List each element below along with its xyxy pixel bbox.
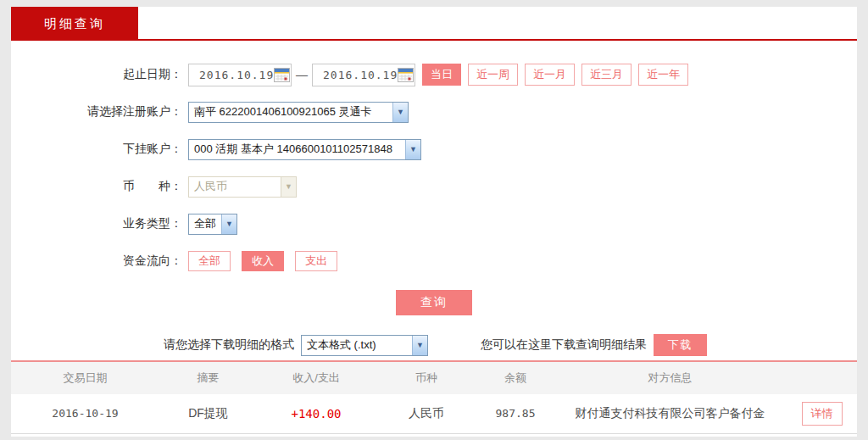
end-date-input[interactable]: 2016.10.19 (312, 64, 415, 86)
business-type-row: 业务类型： 全部 ▼ (11, 212, 857, 236)
download-button[interactable]: 下载 (654, 334, 707, 356)
cell-summary: DF提现 (159, 394, 257, 433)
registered-account-label: 请选择注册账户： (11, 104, 182, 120)
fund-flow-row: 资金流向： 全部 收入 支出 (11, 249, 857, 273)
quick-range-week-button[interactable]: 近一周 (468, 64, 518, 86)
date-range-controls: 2016.10.19 — 2016.10.19 (188, 64, 688, 86)
quick-range-today-button[interactable]: 当日 (422, 64, 461, 86)
business-type-value: 全部 (189, 216, 221, 231)
col-header-summary: 摘要 (159, 362, 257, 394)
calendar-icon[interactable] (398, 68, 414, 82)
col-header-currency: 币种 (376, 362, 477, 394)
quick-range-3month-button[interactable]: 近三月 (581, 64, 632, 86)
start-date-input[interactable]: 2016.10.19 (188, 64, 292, 86)
tab-bar: 明细查询 (11, 7, 857, 41)
registered-account-row: 请选择注册账户： 南平 6222001406100921065 灵通卡 ▼ (11, 100, 857, 124)
calendar-icon[interactable] (274, 68, 290, 82)
content-panel: 明细查询 起止日期： 2016.10.19 — 2016.10. (11, 7, 857, 437)
cell-date: 2016-10-19 (11, 394, 159, 433)
currency-row: 币 种： 人民币 ▼ (11, 175, 857, 198)
chevron-down-icon: ▼ (405, 140, 420, 159)
chevron-down-icon: ▼ (281, 177, 296, 197)
quick-range-year-button[interactable]: 近一年 (638, 64, 688, 86)
query-button[interactable]: 查询 (396, 290, 472, 315)
cell-counterparty: 财付通支付科技有限公司客户备付金 (554, 394, 787, 433)
query-form: 起止日期： 2016.10.19 — 2016.10.19 (11, 63, 857, 315)
currency-value: 人民币 (189, 179, 281, 194)
tab-detail-query[interactable]: 明细查询 (11, 7, 138, 41)
download-format-value: 文本格式 (.txt) (302, 337, 412, 353)
registered-account-value: 南平 6222001406100921065 灵通卡 (189, 104, 392, 120)
results-table-wrap: 交易日期 摘要 收入/支出 币种 余额 对方信息 2016-10-19 DF提现… (11, 360, 857, 434)
col-header-amount: 收入/支出 (257, 362, 376, 394)
col-header-counterparty: 对方信息 (554, 362, 787, 394)
chevron-down-icon: ▼ (221, 214, 236, 234)
cell-amount: +140.00 (257, 394, 376, 433)
end-date-value: 2016.10.19 (323, 69, 398, 81)
fund-flow-expense-button[interactable]: 支出 (295, 251, 337, 271)
date-range-label: 起止日期： (11, 67, 182, 82)
business-type-select[interactable]: 全部 ▼ (188, 214, 237, 235)
registered-account-select[interactable]: 南平 6222001406100921065 灵通卡 ▼ (188, 102, 409, 123)
detail-button[interactable]: 详情 (802, 402, 843, 426)
fund-flow-label: 资金流向： (11, 253, 182, 269)
date-range-row: 起止日期： 2016.10.19 — 2016.10.19 (11, 63, 857, 86)
fund-flow-all-button[interactable]: 全部 (188, 251, 231, 271)
fund-flow-income-button[interactable]: 收入 (242, 251, 284, 271)
sub-account-row: 下挂账户： 000 活期 基本户 1406600101102571848 ▼ (11, 137, 857, 161)
currency-select: 人民币 ▼ (188, 176, 297, 198)
sub-account-value: 000 活期 基本户 1406600101102571848 (189, 142, 405, 157)
cell-action: 详情 (787, 394, 857, 433)
col-header-balance: 余额 (477, 362, 554, 394)
chevron-down-icon: ▼ (392, 103, 408, 122)
col-header-date: 交易日期 (11, 362, 159, 394)
table-header-row: 交易日期 摘要 收入/支出 币种 余额 对方信息 (11, 362, 857, 394)
business-type-label: 业务类型： (11, 216, 182, 231)
table-row: 2016-10-19 DF提现 +140.00 人民币 987.85 财付通支付… (11, 394, 857, 433)
sub-account-select[interactable]: 000 活期 基本户 1406600101102571848 ▼ (188, 139, 421, 160)
currency-label: 币 种： (11, 179, 182, 194)
quick-range-month-button[interactable]: 近一月 (525, 64, 575, 86)
sub-account-label: 下挂账户： (11, 142, 182, 157)
download-format-select[interactable]: 文本格式 (.txt) ▼ (301, 335, 428, 356)
download-format-label: 请您选择下载明细的格式 (164, 337, 294, 353)
start-date-value: 2016.10.19 (199, 69, 274, 81)
col-header-action (787, 362, 857, 394)
chevron-down-icon: ▼ (412, 336, 427, 355)
cell-currency: 人民币 (376, 394, 477, 433)
results-table: 交易日期 摘要 收入/支出 币种 余额 对方信息 2016-10-19 DF提现… (11, 362, 857, 434)
date-separator: — (296, 68, 308, 81)
download-row: 请您选择下载明细的格式 文本格式 (.txt) ▼ 您可以在这里下载查询明细结果… (11, 333, 857, 357)
query-row: 查询 (11, 290, 857, 315)
cell-balance: 987.85 (477, 394, 554, 433)
download-hint: 您可以在这里下载查询明细结果 (481, 337, 647, 353)
